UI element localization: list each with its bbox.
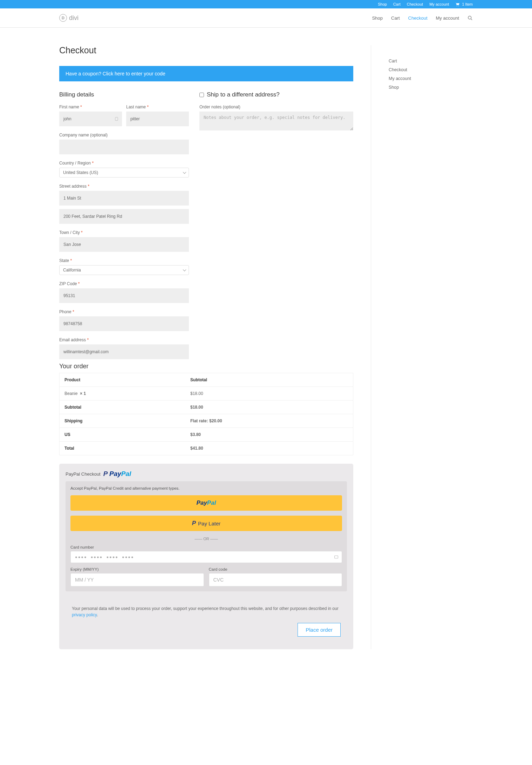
card-autofill-icon [334,555,339,559]
order-total-label: Total [60,442,185,455]
city-input[interactable] [59,237,189,252]
topbar-link-checkout[interactable]: Checkout [407,2,423,6]
place-order-button[interactable]: Place order [298,623,341,637]
card-number-label: Card number [70,545,342,549]
zip-input[interactable] [59,288,189,303]
search-icon[interactable] [468,15,473,21]
expiry-input[interactable] [70,573,204,586]
sidebar: Cart Checkout My account Shop [389,45,473,649]
cart-icon [455,2,460,6]
order-item-subtotal: $18.00 [185,387,353,401]
ship-different-label: Ship to a different address? [207,91,280,98]
country-select[interactable]: United States (US) [59,168,189,177]
page-title: Checkout [59,45,353,55]
cvc-input[interactable] [209,573,342,586]
topbar-link-cart[interactable]: Cart [393,2,401,6]
ship-different-heading: Ship to a different address? [199,91,353,98]
phone-label: Phone * [59,309,189,314]
logo-icon: D [59,14,67,22]
order-th-subtotal: Subtotal [185,373,353,387]
order-th-product: Product [60,373,185,387]
svg-point-1 [458,6,459,6]
company-input[interactable] [59,140,189,154]
order-heading: Your order [59,363,353,370]
or-separator: —— OR —— [70,537,342,541]
payment-description: Accept PayPal, PayPal Credit and alterna… [70,486,342,490]
order-subtotal-label: Subtotal [60,401,185,414]
payment-method-paypal[interactable]: PayPal Checkout P PayPal [66,470,347,478]
state-label: State * [59,258,189,263]
order-shipping-label: Shipping [60,414,185,428]
sidebar-item-myaccount[interactable]: My account [389,76,473,81]
privacy-policy-link[interactable]: privacy policy [72,612,97,617]
privacy-note: Your personal data will be used to proce… [66,599,347,643]
order-notes-label: Order notes (optional) [199,105,353,109]
top-bar: Shop Cart Checkout My account 1 Item [0,0,532,8]
svg-rect-5 [335,556,338,558]
svg-point-0 [457,6,457,6]
sidebar-item-cart[interactable]: Cart [389,59,473,63]
svg-line-3 [471,19,472,20]
last-name-input[interactable] [126,112,189,126]
sidebar-item-shop[interactable]: Shop [389,85,473,90]
card-number-input[interactable] [70,551,342,563]
first-name-input[interactable] [59,112,122,126]
order-subtotal-value: $18.00 [190,405,203,410]
order-item-row: Beanie × 1 $18.00 [60,387,353,401]
street-input[interactable] [59,191,189,206]
cart-count-text: 1 Item [462,2,473,6]
paypal-logo: P PayPal [103,470,131,478]
svg-rect-4 [115,117,118,120]
order-shipping-value: Flat rate: $20.00 [190,418,222,423]
street2-input[interactable] [59,209,189,224]
email-label: Email address * [59,337,189,342]
nav-link-cart[interactable]: Cart [391,15,400,21]
paypal-mark-icon: P [192,520,196,527]
autofill-icon [115,117,118,121]
order-item-name: Beanie [64,391,77,396]
paylater-button[interactable]: P Pay Later [70,516,342,531]
state-select[interactable]: California [59,265,189,275]
paypal-button-logo: PayPal [197,499,216,506]
email-input[interactable] [59,344,189,359]
order-item-qty: × 1 [80,391,86,396]
order-tax-label: US [60,428,185,442]
cvc-label: Card code [209,567,342,571]
first-name-label: First name * [59,105,122,109]
company-label: Company name (optional) [59,133,189,137]
sidebar-item-checkout[interactable]: Checkout [389,67,473,72]
main-nav: D divi Shop Cart Checkout My account [0,8,532,28]
paylater-label: Pay Later [198,521,220,526]
street-label: Street address * [59,184,189,189]
logo-text: divi [69,14,79,22]
last-name-label: Last name * [126,105,189,109]
ship-different-checkbox[interactable] [199,93,204,97]
topbar-link-myaccount[interactable]: My account [429,2,449,6]
order-notes-input[interactable] [199,112,353,130]
order-tax-value: $3.80 [190,432,201,437]
country-label: Country / Region * [59,161,189,166]
phone-input[interactable] [59,316,189,331]
nav-link-myaccount[interactable]: My account [436,15,459,21]
nav-link-shop[interactable]: Shop [372,15,383,21]
paypal-button[interactable]: PayPal [70,495,342,511]
nav-link-checkout[interactable]: Checkout [408,15,428,21]
expiry-label: Expiry (MM/YY) [70,567,204,571]
city-label: Town / City * [59,230,189,235]
zip-label: ZIP Code * [59,281,189,286]
payment-method-label: PayPal Checkout [66,471,101,477]
logo[interactable]: D divi [59,14,79,22]
coupon-notice[interactable]: Have a coupon? Click here to enter your … [59,66,353,81]
order-total-value: $41.80 [190,446,203,451]
billing-heading: Billing details [59,91,189,98]
svg-point-2 [468,16,471,19]
payment-box: PayPal Checkout P PayPal Accept PayPal, … [59,464,353,649]
order-table: Product Subtotal Beanie × 1 $18.00 Subto… [59,373,353,455]
topbar-cart-count[interactable]: 1 Item [455,2,473,6]
topbar-link-shop[interactable]: Shop [378,2,387,6]
